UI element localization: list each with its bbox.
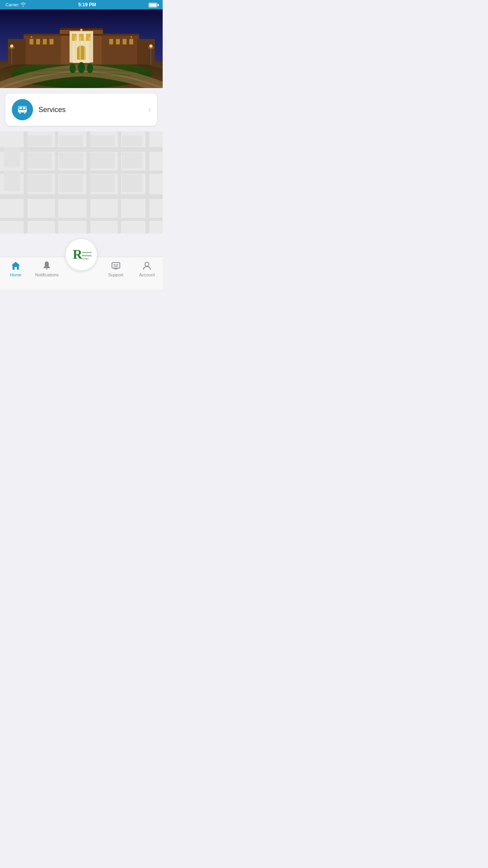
svg-rect-61 (145, 131, 149, 234)
logo-inner: R University of Roehampton London (71, 245, 92, 265)
svg-rect-6 (8, 39, 26, 64)
status-bar: Carrier 5:19 PM (0, 0, 163, 9)
services-section: Services › (0, 88, 163, 131)
bus-icon (17, 104, 28, 116)
svg-rect-23 (123, 39, 127, 44)
wifi-icon (20, 2, 26, 7)
svg-rect-69 (122, 153, 142, 168)
tab-account[interactable]: Account (131, 259, 163, 277)
svg-text:London: London (82, 257, 89, 260)
svg-rect-30 (91, 37, 93, 61)
svg-rect-62 (28, 135, 52, 146)
battery-icon (149, 1, 157, 8)
tab-support[interactable]: Support (100, 259, 132, 277)
svg-rect-58 (55, 131, 58, 234)
main-content: Services › (0, 9, 163, 257)
tab-notifications-label: Notifications (35, 272, 59, 277)
support-icon (110, 260, 121, 271)
tab-support-label: Support (108, 272, 123, 277)
hero-image (0, 9, 163, 88)
svg-text:Roehampton: Roehampton (82, 254, 92, 257)
bell-icon (41, 260, 52, 271)
svg-point-36 (9, 46, 15, 49)
svg-rect-66 (28, 153, 52, 168)
svg-rect-5 (102, 35, 139, 64)
svg-rect-71 (28, 175, 52, 192)
services-icon-circle (12, 99, 33, 120)
svg-point-33 (130, 36, 132, 38)
svg-rect-17 (29, 39, 33, 44)
svg-point-47 (24, 112, 26, 114)
svg-rect-18 (36, 39, 40, 44)
svg-rect-64 (90, 135, 115, 146)
roehampton-logo-svg: R University of Roehampton London (71, 245, 92, 265)
svg-point-42 (87, 64, 93, 73)
svg-rect-70 (4, 147, 20, 167)
svg-rect-7 (137, 39, 155, 64)
account-icon (141, 260, 152, 271)
time-display: 5:19 PM (78, 2, 96, 7)
svg-point-40 (70, 64, 76, 73)
svg-point-46 (19, 112, 21, 114)
svg-text:R: R (73, 247, 83, 261)
services-left: Services (12, 99, 66, 120)
svg-rect-21 (109, 39, 113, 44)
svg-point-32 (31, 36, 32, 38)
svg-rect-83 (116, 264, 118, 265)
svg-rect-57 (24, 131, 28, 234)
svg-rect-29 (89, 37, 90, 61)
university-logo[interactable]: R University of Roehampton London (66, 239, 97, 270)
svg-rect-50 (18, 108, 19, 110)
svg-rect-48 (19, 107, 22, 109)
svg-point-39 (148, 46, 154, 49)
carrier-text: Carrier (6, 2, 26, 7)
svg-rect-49 (23, 107, 26, 109)
svg-rect-81 (114, 264, 116, 265)
svg-point-41 (78, 62, 85, 73)
svg-rect-27 (79, 37, 81, 61)
svg-rect-26 (75, 37, 76, 61)
services-card[interactable]: Services › (6, 94, 157, 126)
svg-point-84 (145, 262, 149, 266)
map-pattern (0, 131, 163, 234)
map-background (0, 131, 163, 234)
svg-rect-63 (59, 135, 83, 146)
svg-rect-74 (122, 175, 142, 192)
svg-rect-4 (24, 35, 61, 64)
svg-point-31 (80, 29, 83, 31)
svg-rect-73 (90, 175, 115, 192)
tab-home[interactable]: Home (0, 259, 31, 277)
svg-rect-82 (114, 266, 118, 267)
svg-rect-60 (118, 131, 121, 234)
svg-rect-20 (50, 39, 53, 44)
services-chevron-icon: › (149, 106, 151, 114)
tab-home-label: Home (10, 272, 21, 277)
svg-rect-59 (86, 131, 90, 234)
services-label: Services (39, 106, 66, 114)
svg-text:University of: University of (82, 251, 92, 254)
svg-rect-28 (84, 37, 86, 61)
tab-notifications[interactable]: Notifications (31, 259, 63, 277)
svg-rect-22 (116, 39, 120, 44)
svg-rect-25 (70, 37, 72, 61)
svg-rect-51 (26, 108, 27, 110)
svg-rect-67 (59, 153, 83, 168)
svg-rect-80 (112, 263, 120, 268)
svg-rect-68 (90, 153, 115, 168)
tab-account-label: Account (139, 272, 155, 277)
svg-rect-24 (129, 39, 133, 44)
svg-rect-75 (4, 171, 20, 191)
svg-rect-65 (122, 135, 142, 146)
svg-rect-19 (43, 39, 47, 44)
svg-rect-72 (59, 175, 83, 192)
home-icon (10, 260, 21, 271)
